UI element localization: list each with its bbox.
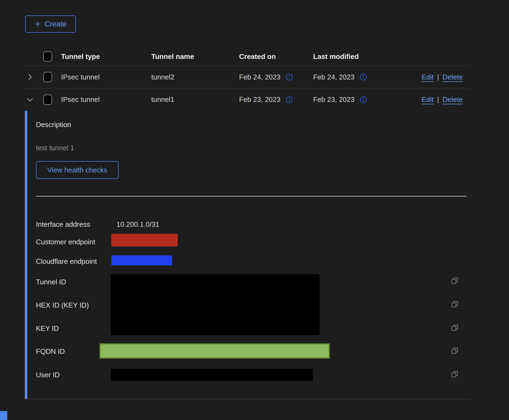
description-label: Description (36, 120, 71, 129)
interface-address-value: 10.200.1.0/31 (116, 220, 159, 229)
copy-icon (451, 324, 459, 332)
chevron-right-icon (26, 73, 34, 81)
clipped-blue-fragment (0, 411, 7, 420)
copy-key-id-button[interactable] (451, 324, 459, 332)
created-on-cell: Feb 24, 2023 (239, 73, 280, 81)
table-row: IPsec tunnel tunnel2 Feb 24, 2023 Feb 24… (25, 66, 470, 88)
delete-link[interactable]: Delete (443, 95, 463, 104)
expanded-row-accent-bar (25, 111, 27, 399)
copy-fqdn-id-button[interactable] (451, 346, 459, 355)
column-header-last-modified: Last modified (313, 52, 417, 61)
info-icon[interactable] (360, 73, 367, 81)
select-all-checkbox[interactable] (43, 51, 52, 62)
last-modified-cell: Feb 24, 2023 (313, 73, 354, 81)
action-separator: | (437, 73, 439, 81)
collapse-row-button[interactable] (26, 96, 34, 104)
copy-icon (451, 370, 459, 378)
tunnel-name-cell: tunnel2 (151, 73, 239, 81)
fqdn-id-label: FQDN ID (36, 347, 65, 356)
copy-icon (451, 346, 459, 355)
chevron-down-icon (26, 96, 34, 104)
fqdn-id-redaction (99, 343, 330, 359)
column-header-tunnel-name: Tunnel name (151, 52, 239, 61)
last-modified-cell: Feb 23, 2023 (313, 95, 354, 104)
tunnel-type-cell: IPsec tunnel (61, 95, 151, 104)
tunnels-table: Tunnel type Tunnel name Created on Last … (25, 47, 470, 111)
tunnel-details-panel: Description test tunnel 1 View health ch… (25, 111, 470, 399)
delete-link[interactable]: Delete (443, 73, 463, 81)
cloudflare-endpoint-redaction (111, 255, 172, 265)
info-icon[interactable] (286, 73, 293, 81)
tunnel-id-label: Tunnel ID (36, 277, 66, 286)
edit-link[interactable]: Edit (421, 95, 434, 104)
row-checkbox[interactable] (43, 95, 52, 105)
customer-endpoint-label: Customer endpoint (36, 237, 95, 246)
column-header-created-on: Created on (239, 52, 313, 61)
view-health-checks-button[interactable]: View health checks (36, 161, 119, 179)
table-header-row: Tunnel type Tunnel name Created on Last … (25, 47, 470, 66)
copy-user-id-button[interactable] (451, 370, 459, 378)
tunnel-name-cell: tunnel1 (151, 95, 239, 104)
row-checkbox[interactable] (43, 72, 52, 82)
table-row: IPsec tunnel tunnel1 Feb 23, 2023 Feb 23… (25, 88, 470, 111)
edit-link[interactable]: Edit (421, 73, 434, 81)
hex-id-label: HEX ID (KEY ID) (36, 301, 89, 310)
user-id-label: User ID (36, 370, 60, 379)
create-button-label: Create (45, 20, 66, 28)
expand-row-button[interactable] (26, 73, 34, 81)
copy-tunnel-id-button[interactable] (451, 276, 459, 285)
interface-address-label: Interface address (36, 220, 90, 229)
ids-redaction-block (111, 274, 320, 335)
copy-icon (451, 300, 459, 308)
customer-endpoint-redaction (111, 234, 178, 246)
ipsec-tunnels-page: Create Tunnel type Tunnel name Created o… (0, 0, 509, 420)
info-icon[interactable] (360, 96, 367, 104)
copy-hex-id-button[interactable] (451, 300, 459, 308)
info-icon[interactable] (286, 96, 293, 104)
created-on-cell: Feb 23, 2023 (239, 95, 280, 104)
cloudflare-endpoint-label: Cloudflare endpoint (36, 257, 97, 266)
plus-icon (35, 21, 41, 27)
action-separator: | (437, 95, 439, 104)
panel-bottom-divider (25, 399, 470, 399)
user-id-redaction (111, 369, 313, 381)
section-divider (36, 196, 467, 196)
description-value: test tunnel 1 (36, 144, 74, 152)
copy-icon (451, 276, 459, 285)
column-header-tunnel-type: Tunnel type (61, 52, 151, 61)
create-button[interactable]: Create (25, 15, 76, 33)
tunnel-type-cell: IPsec tunnel (61, 73, 151, 81)
key-id-label: KEY ID (36, 324, 59, 333)
